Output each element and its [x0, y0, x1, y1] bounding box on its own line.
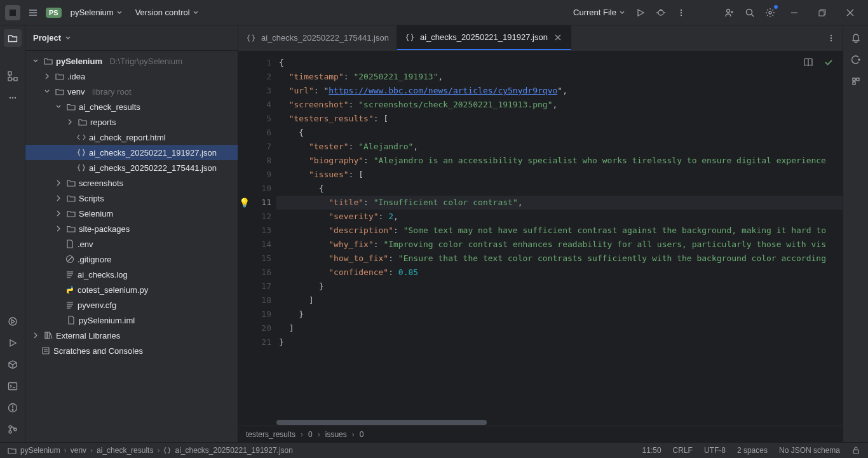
svg-point-12 — [727, 9, 730, 12]
right-tool-rail — [843, 25, 868, 442]
run-tool-icon[interactable] — [4, 334, 22, 352]
editor-body[interactable]: 💡 123456789101112131415161718192021 { "t… — [238, 51, 843, 419]
svg-rect-60 — [853, 82, 855, 84]
tree-item[interactable]: .gitignore — [25, 252, 238, 267]
file-icon — [65, 239, 75, 249]
svg-point-25 — [9, 97, 10, 98]
project-tool-icon[interactable] — [4, 29, 22, 47]
tree-item[interactable]: .env — [25, 236, 238, 252]
debug-button[interactable] — [652, 4, 670, 22]
tree-item[interactable]: Scratches and Consoles — [25, 343, 238, 358]
json-schema[interactable]: No JSON schema — [779, 446, 840, 455]
folder-icon — [55, 86, 65, 97]
chevron-down-icon — [65, 35, 71, 41]
main-menu-button[interactable] — [25, 5, 41, 20]
svg-point-57 — [858, 59, 860, 60]
cursor-position[interactable]: 11:50 — [642, 446, 661, 455]
notifications-icon[interactable] — [847, 29, 865, 47]
tab-inactive[interactable]: ai_checks_20250222_175441.json — [238, 25, 397, 50]
code-area[interactable]: { "timestamp": "20250221_191913", "url":… — [276, 51, 843, 419]
vcs-dropdown[interactable]: Version control — [132, 5, 203, 20]
titlebar: PS pySelenium Version control Current Fi… — [0, 0, 868, 25]
project-tree[interactable]: pySelenium D:\Trigr\pySelenium .idea ven… — [25, 51, 238, 442]
folder-icon — [66, 102, 76, 112]
tabs-menu-icon[interactable] — [825, 32, 837, 44]
text-file-icon — [65, 300, 75, 310]
svg-rect-47 — [48, 332, 50, 339]
reader-mode-icon[interactable] — [802, 56, 815, 69]
tree-item[interactable]: External Libraries — [25, 328, 238, 343]
project-sidebar: Project pySelenium D:\Trigr\pySelenium .… — [25, 25, 238, 442]
sidebar-title: Project — [33, 33, 61, 43]
ai-assistant-icon[interactable] — [847, 51, 865, 69]
terminal-tool-icon[interactable] — [4, 377, 22, 395]
database-tool-icon[interactable] — [847, 72, 865, 90]
svg-rect-61 — [853, 450, 858, 454]
run-config-dropdown[interactable]: Current File — [569, 5, 629, 20]
svg-line-37 — [67, 257, 72, 262]
sidebar-header[interactable]: Project — [25, 25, 238, 51]
close-button[interactable] — [837, 4, 863, 22]
editor-breadcrumb[interactable]: testers_results› 0› issues› 0 — [238, 426, 843, 442]
tree-item[interactable]: screenshots — [25, 175, 238, 191]
problems-tool-icon[interactable] — [4, 399, 22, 417]
tree-item[interactable]: ai_check_results — [25, 99, 238, 114]
svg-rect-46 — [45, 332, 47, 339]
json-file-icon — [76, 147, 86, 158]
indent[interactable]: 2 spaces — [737, 446, 768, 455]
tree-item[interactable]: ai_checks_20250222_175441.json — [25, 160, 238, 175]
left-tool-rail — [0, 25, 25, 442]
run-button[interactable] — [632, 4, 649, 22]
services-tool-icon[interactable] — [4, 313, 22, 330]
project-dropdown[interactable]: pySelenium — [67, 5, 126, 20]
minimize-button[interactable] — [782, 4, 807, 22]
tree-item-selected[interactable]: ai_checks_20250221_191927.json — [25, 145, 238, 160]
svg-point-27 — [14, 97, 15, 98]
tree-item[interactable]: pySelenium.iml — [25, 313, 238, 328]
tree-root[interactable]: pySelenium D:\Trigr\pySelenium — [25, 53, 238, 69]
tab-active[interactable]: ai_checks_20250221_191927.json — [397, 25, 571, 50]
tree-item[interactable]: cotest_selenium.py — [25, 282, 238, 297]
gutter: 💡 123456789101112131415161718192021 — [238, 51, 276, 419]
tree-item[interactable]: venv library root — [25, 84, 238, 99]
project-badge: PS — [46, 8, 62, 18]
structure-tool-icon[interactable] — [4, 67, 22, 85]
svg-rect-59 — [857, 78, 859, 81]
tree-item[interactable]: .idea — [25, 69, 238, 84]
svg-point-5 — [658, 10, 663, 15]
inspection-ok-icon[interactable] — [822, 56, 835, 69]
horizontal-scrollbar[interactable] — [276, 419, 830, 426]
folder-icon — [78, 117, 88, 127]
search-icon[interactable] — [741, 4, 759, 22]
json-file-icon — [405, 32, 415, 43]
tree-item[interactable]: Selenium — [25, 206, 238, 221]
svg-rect-29 — [8, 383, 17, 390]
close-icon[interactable] — [553, 32, 563, 43]
line-separator[interactable]: CRLF — [673, 446, 693, 455]
python-file-icon — [65, 285, 75, 295]
tree-item[interactable]: ai_check_report.html — [25, 130, 238, 145]
python-packages-icon[interactable] — [4, 356, 22, 374]
tree-item[interactable]: Scripts — [25, 191, 238, 206]
more-tools-icon[interactable] — [4, 89, 22, 107]
folder-icon — [66, 224, 76, 234]
statusbar: pySelenium› venv› ai_check_results› ai_c… — [0, 442, 868, 458]
tree-item[interactable]: reports — [25, 114, 238, 130]
code-with-me-icon[interactable] — [721, 4, 738, 22]
folder-icon — [66, 178, 76, 188]
svg-rect-19 — [819, 11, 824, 16]
gitignore-icon — [65, 254, 75, 264]
tree-item[interactable]: pyvenv.cfg — [25, 297, 238, 313]
svg-rect-24 — [14, 77, 17, 81]
lock-icon[interactable] — [851, 446, 860, 455]
folder-icon — [8, 446, 17, 455]
statusbar-breadcrumb[interactable]: pySelenium› venv› ai_check_results› ai_c… — [8, 446, 293, 455]
maximize-button[interactable] — [810, 4, 835, 22]
settings-icon[interactable] — [761, 4, 779, 22]
more-button[interactable] — [672, 4, 690, 22]
tree-item[interactable]: ai_checks.log — [25, 267, 238, 282]
folder-icon — [55, 71, 65, 81]
tree-item[interactable]: site-packages — [25, 221, 238, 236]
encoding[interactable]: UTF-8 — [704, 446, 726, 455]
vcs-tool-icon[interactable] — [4, 421, 22, 438]
